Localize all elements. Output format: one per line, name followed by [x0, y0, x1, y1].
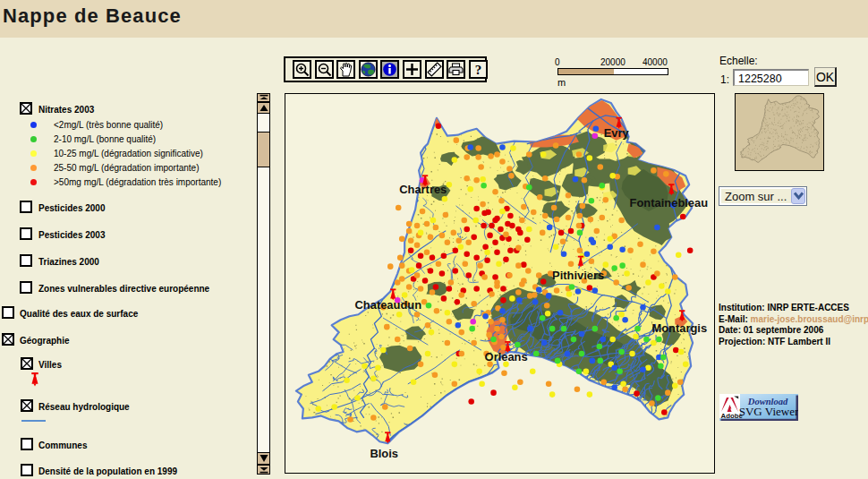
svg-text:Montargis: Montargis [651, 321, 707, 335]
svg-text:Orleans: Orleans [485, 350, 528, 364]
svg-text:Chartres: Chartres [399, 183, 447, 196]
svg-text:SVG Viewer: SVG Viewer [739, 405, 798, 418]
svg-text:Blois: Blois [370, 447, 398, 460]
svg-text:Evry: Evry [604, 126, 630, 140]
svg-text:Chateaudun: Chateaudun [355, 298, 422, 312]
svg-text:Pithiviers: Pithiviers [552, 269, 604, 282]
svg-text:Fontainebleau: Fontainebleau [630, 196, 709, 210]
svg-text:?: ? [475, 63, 482, 77]
